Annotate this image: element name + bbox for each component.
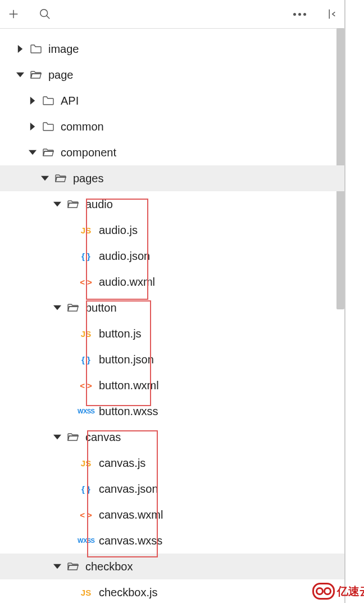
folder-open-icon (40, 146, 56, 159)
tree-item-label: canvas.wxss (99, 534, 162, 547)
folder-icon (28, 42, 44, 56)
plus-icon (7, 8, 20, 20)
tree-folder[interactable]: page (0, 62, 344, 88)
chevron-down-icon[interactable] (28, 148, 37, 156)
watermark-icon (312, 583, 335, 600)
new-file-button[interactable] (6, 6, 21, 22)
tree-folder[interactable]: pages (0, 165, 344, 191)
tree-item-label: component (61, 146, 116, 159)
more-icon (293, 13, 306, 16)
tree-file[interactable]: JScheckbox.js (0, 579, 344, 603)
file-explorer-panel: imagepageAPIcommoncomponentpagesaudioJSa… (0, 0, 345, 603)
folder-open-icon (28, 68, 44, 82)
tree-item-label: audio.wxml (99, 276, 155, 289)
tree-item-label: audio.js (99, 224, 138, 237)
tree-file[interactable]: JScanvas.js (0, 450, 344, 476)
chevron-down-icon[interactable] (40, 174, 49, 182)
json-file-icon: { } (78, 251, 94, 261)
tree-item-label: canvas (85, 431, 121, 444)
js-file-icon: JS (78, 588, 94, 597)
wxml-file-icon: < > (78, 381, 94, 390)
tree-item-label: canvas.json (99, 483, 158, 496)
collapse-panel-icon (325, 8, 337, 20)
tree-item-label: button.wxss (99, 405, 158, 418)
file-tree: imagepageAPIcommoncomponentpagesaudioJSa… (0, 28, 344, 603)
folder-open-icon (53, 172, 69, 185)
tree-viewport: imagepageAPIcommoncomponentpagesaudioJSa… (0, 28, 344, 603)
tree-item-label: page (48, 69, 74, 82)
chevron-down-icon[interactable] (16, 71, 25, 79)
chevron-down-icon[interactable] (53, 304, 62, 312)
tree-file[interactable]: WXSScanvas.wxss (0, 528, 344, 554)
tree-item-label: button.js (99, 327, 142, 340)
tree-item-label: image (48, 43, 79, 56)
svg-point-0 (40, 10, 48, 17)
folder-open-icon (65, 197, 81, 211)
wxml-file-icon: < > (78, 510, 94, 520)
search-icon (39, 8, 51, 20)
tree-file[interactable]: { }canvas.json (0, 476, 344, 502)
tree-item-label: audio.json (99, 250, 150, 263)
tree-folder[interactable]: API (0, 88, 344, 114)
tree-item-label: common (61, 120, 104, 133)
tree-folder[interactable]: image (0, 36, 344, 62)
tree-item-label: checkbox.js (99, 586, 158, 599)
tree-item-label: canvas.wxml (99, 508, 163, 521)
tree-item-label: audio (85, 198, 113, 211)
folder-icon (40, 94, 56, 107)
json-file-icon: { } (78, 355, 94, 364)
folder-open-icon (65, 430, 81, 444)
tree-folder[interactable]: checkbox (0, 554, 344, 579)
chevron-down-icon[interactable] (53, 433, 62, 441)
wxss-file-icon: WXSS (78, 537, 94, 544)
watermark-text: 亿速云 (337, 584, 364, 599)
tree-folder[interactable]: canvas (0, 424, 344, 450)
tree-item-label: API (61, 94, 79, 107)
explorer-toolbar (0, 0, 344, 29)
folder-open-icon (65, 560, 81, 573)
tree-file[interactable]: JSbutton.js (0, 321, 344, 346)
watermark: 亿速云 (312, 583, 364, 600)
chevron-right-icon[interactable] (28, 97, 37, 105)
tree-item-label: pages (73, 172, 104, 185)
tree-file[interactable]: { }audio.json (0, 243, 344, 269)
wxml-file-icon: < > (78, 277, 94, 287)
json-file-icon: { } (78, 484, 94, 494)
search-button[interactable] (37, 6, 53, 22)
tree-file[interactable]: WXSSbutton.wxss (0, 398, 344, 424)
tree-folder[interactable]: audio (0, 191, 344, 217)
tree-file[interactable]: JSaudio.js (0, 217, 344, 243)
tree-item-label: button (85, 302, 117, 314)
tree-file[interactable]: < >audio.wxml (0, 269, 344, 295)
tree-folder[interactable]: button (0, 295, 344, 321)
chevron-down-icon[interactable] (53, 562, 62, 570)
folder-open-icon (65, 301, 81, 314)
js-file-icon: JS (78, 226, 94, 235)
wxss-file-icon: WXSS (78, 408, 94, 415)
collapse-panel-button[interactable] (323, 6, 339, 22)
tree-folder[interactable]: component (0, 140, 344, 165)
js-file-icon: JS (78, 329, 94, 339)
js-file-icon: JS (78, 458, 94, 468)
tree-file[interactable]: < >canvas.wxml (0, 502, 344, 528)
folder-icon (40, 120, 56, 133)
chevron-right-icon[interactable] (16, 45, 25, 53)
tree-file[interactable]: { }button.json (0, 346, 344, 372)
more-actions-button[interactable] (292, 6, 307, 22)
chevron-down-icon[interactable] (53, 200, 62, 208)
tree-file[interactable]: < >button.wxml (0, 372, 344, 398)
tree-item-label: button.wxml (99, 379, 159, 392)
chevron-right-icon[interactable] (28, 123, 37, 130)
tree-folder[interactable]: common (0, 114, 344, 140)
tree-item-label: button.json (99, 353, 154, 366)
tree-item-label: checkbox (85, 560, 133, 573)
tree-item-label: canvas.js (99, 457, 145, 470)
